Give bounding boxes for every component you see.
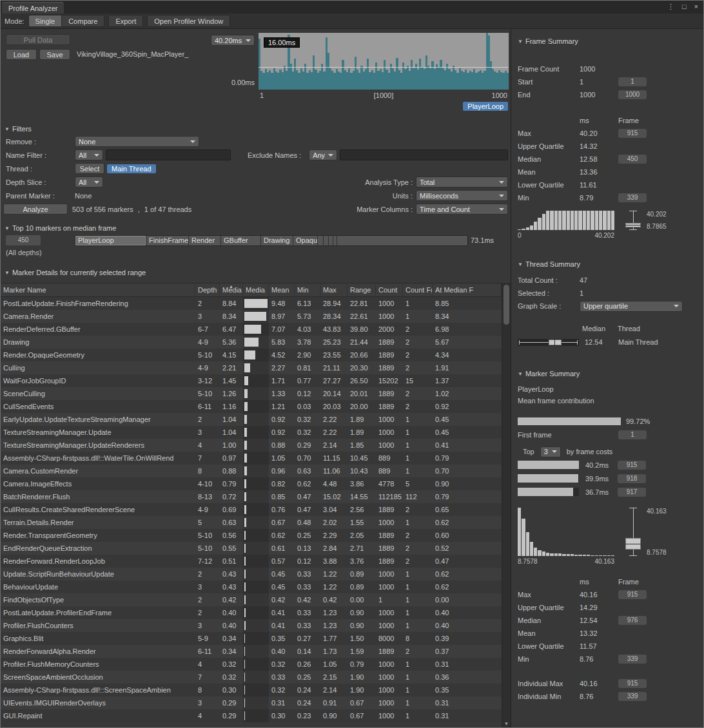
thread-main-thread-tag[interactable]: Main Thread [107,164,156,173]
col-mean[interactable]: Mean [269,283,295,296]
frame-badge[interactable]: 915 [618,679,647,688]
table-row[interactable]: Drawing4-95.365.833.7825.2321.44188925.6… [1,336,502,349]
top10-segment[interactable]: Render [189,236,221,245]
table-row[interactable]: PostLateUpdate.FinishFrameRendering28.84… [1,297,502,310]
table-row[interactable]: Render.TransparentGeometry5-100.560.620.… [1,529,502,542]
first-frame-badge[interactable]: 1 [618,430,647,439]
thread-select-button[interactable]: Select [75,163,104,174]
frame-badge[interactable]: 918 [618,474,646,483]
pull-data-button[interactable]: Pull Data [6,34,70,45]
frame-badge[interactable]: 915 [618,590,647,599]
foldout-icon[interactable]: ▼ [5,270,10,276]
graph-scale-dropdown[interactable]: Upper quartile [580,301,683,312]
frame-badge[interactable]: 450 [618,155,647,164]
table-row[interactable]: SceneCulling5-101.261.330.1220.1420.0118… [1,387,502,400]
foldout-icon[interactable]: ▼ [518,371,523,377]
top10-segment[interactable]: Opaqu [293,236,318,245]
table-row[interactable]: RenderDeferred.GBuffer6-76.477.074.0343.… [1,323,502,336]
table-row[interactable]: ScreenSpaceAmbientOcclusion70.320.330.25… [1,671,502,684]
frame-badge[interactable]: 339 [618,692,647,701]
table-row[interactable]: Graphics.Blit5-90.340.350.271.771.508000… [1,632,502,645]
exclude-names-input[interactable] [340,149,508,160]
name-filter-input[interactable] [106,149,231,160]
table-row[interactable]: BehaviourUpdate30.430.450.331.220.891000… [1,580,502,593]
close-icon[interactable]: × [694,3,698,11]
frame-time-chart[interactable]: 16.00ms [259,33,509,90]
analysis-type-dropdown[interactable]: Total [416,177,508,187]
table-row[interactable]: Camera.ImageEffects4-100.790.820.624.483… [1,477,502,490]
frame-badge[interactable]: 915 [618,129,647,138]
frame-badge[interactable]: 1000 [618,90,647,99]
table-row[interactable]: EarlyUpdate.UpdateTextureStreamingManage… [1,413,502,426]
table-row[interactable]: CullSendEvents6-111.161.210.0320.0320.00… [1,400,502,413]
thread-row[interactable]: 12.54 Main Thread [518,336,699,349]
frame-badge[interactable]: 917 [618,488,646,497]
top10-segment[interactable] [337,236,468,245]
frame-badge[interactable]: 976 [618,616,647,625]
mode-single-button[interactable]: Single [28,15,63,27]
col-max[interactable]: Max [320,283,347,296]
table-row[interactable]: RenderForward.RenderLoopJob7-120.510.570… [1,555,502,568]
table-row[interactable]: PostLateUpdate.ProfilerEndFrame20.400.41… [1,606,502,619]
scrollbar-thumb[interactable] [504,285,509,325]
col-marker-name[interactable]: Marker Name [1,283,195,296]
table-row[interactable]: Camera.CustomRender80.880.960.6311.0610.… [1,465,502,477]
save-button[interactable]: Save [39,49,70,60]
top10-segment[interactable]: PlayerLoop [75,236,146,245]
top10-segment[interactable]: GBuffer [221,236,261,245]
table-row[interactable]: Profiler.FlushMemoryCounters40.320.320.2… [1,658,502,671]
depth-slice-dropdown[interactable]: All [75,177,103,187]
top-n-dropdown[interactable]: 3 [540,446,561,457]
table-row[interactable]: Update.ScriptRunBehaviourUpdate20.430.45… [1,568,502,580]
top10-segment[interactable] [329,236,333,245]
col-at-median[interactable]: At Median F [433,283,502,296]
col-min[interactable]: Min [295,283,320,296]
load-button[interactable]: Load [6,49,37,60]
foldout-icon[interactable]: ▼ [5,126,10,132]
table-row[interactable]: CullResults.CreateSharedRendererScene4-9… [1,503,502,516]
frame-badge[interactable]: 1 [618,77,647,86]
remove-dropdown[interactable]: None [75,136,199,147]
table-row[interactable]: Terrain.Details.Render50.630.670.482.021… [1,516,502,529]
table-row[interactable]: EndRenderQueueExtraction5-100.550.610.13… [1,542,502,555]
maximize-icon[interactable]: □ [682,3,687,11]
scroll-down-icon[interactable]: ▼ [502,721,511,727]
median-frame-badge[interactable]: 450 [6,235,41,245]
top10-segment[interactable]: Drawing [261,236,293,245]
mode-compare-button[interactable]: Compare [62,15,104,27]
units-dropdown[interactable]: Milliseconds [416,190,508,201]
table-row[interactable]: Profiler.FlushCounters30.400.410.331.230… [1,619,502,632]
foldout-icon[interactable]: ▼ [5,225,10,231]
tab-profile-analyzer[interactable]: Profile Analyzer [2,2,64,14]
marker-histogram[interactable] [518,508,614,556]
top10-segment[interactable] [318,236,324,245]
table-scrollbar[interactable]: ▼ [502,283,511,727]
frame-badge[interactable]: 339 [618,193,647,202]
table-row[interactable]: Assembly-CSharp-firstpass.dll!::WaterTil… [1,452,502,465]
frame-badge[interactable]: 915 [618,461,646,470]
exclude-scope-dropdown[interactable]: Any [309,149,337,160]
table-row[interactable]: BatchRenderer.Flush8-130.720.850.4715.02… [1,490,502,503]
table-row[interactable]: WaitForJobGroupID3-121.451.710.7727.2726… [1,374,502,387]
name-filter-scope-dropdown[interactable]: All [75,149,103,160]
table-row[interactable]: Assembly-CSharp-firstpass.dll!::ScreenSp… [1,684,502,696]
marker-columns-dropdown[interactable]: Time and Count [416,204,508,215]
analyze-button[interactable]: Analyze [3,204,68,215]
table-row[interactable]: Culling4-92.212.270.8121.1120.30188921.9… [1,361,502,374]
selected-marker-tag[interactable]: PlayerLoop [463,102,508,111]
table-row[interactable]: Render.OpaqueGeometry5-104.154.522.9023.… [1,349,502,361]
col-median[interactable]: ▲Media [220,283,243,296]
col-median-bar[interactable]: Media [243,283,269,296]
col-range[interactable]: Range [347,283,376,296]
col-count-frame[interactable]: Count Fra [403,283,433,296]
table-row[interactable]: FindObjectsOfType20.420.420.420.420.0011… [1,593,502,606]
top10-segment[interactable] [324,236,329,245]
table-row[interactable]: Camera.Render38.348.975.7328.3422.611000… [1,310,502,323]
table-row[interactable]: RenderForwardAlpha.Render6-110.340.400.1… [1,645,502,658]
col-count[interactable]: Count [376,283,403,296]
table-row[interactable]: GUI.Repaint40.290.300.230.900.67100010.3… [1,709,502,722]
frame-histogram[interactable] [518,211,614,230]
table-row[interactable]: TextureStreamingManager.UpdateRenderers4… [1,439,502,452]
foldout-icon[interactable]: ▼ [518,262,523,267]
kebab-menu-icon[interactable]: ⋮ [667,3,674,11]
